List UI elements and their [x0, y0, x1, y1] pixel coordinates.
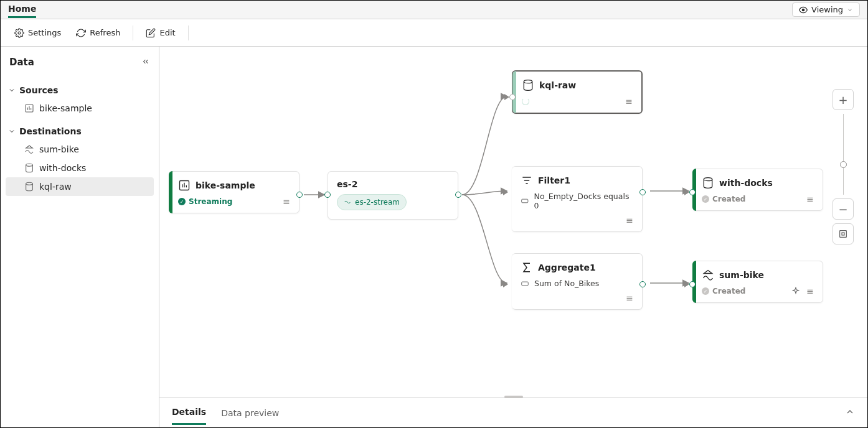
destinations-label: Destinations — [19, 126, 82, 136]
field-icon — [521, 197, 529, 205]
node-sum-bike[interactable]: sum-bike ✓ Created ≡ — [692, 261, 823, 303]
output-port[interactable] — [639, 281, 646, 287]
tree-item-with-docks[interactable]: with-docks — [6, 159, 154, 177]
tree-section-destinations[interactable]: Destinations — [6, 123, 154, 140]
chart-icon — [24, 103, 34, 113]
aggregate-expr: Sum of No_Bikes — [534, 279, 599, 288]
output-port[interactable] — [455, 192, 461, 198]
mode-label: Viewing — [811, 5, 843, 14]
zoom-thumb[interactable] — [840, 161, 847, 168]
tree-item-sum-bike[interactable]: sum-bike — [6, 140, 154, 159]
canvas[interactable]: bike-sample ✓ Streaming ≡ es-2 — [159, 47, 867, 398]
eye-icon — [799, 6, 808, 14]
topbar: Home Viewing — [1, 1, 867, 19]
settings-button[interactable]: Settings — [8, 24, 67, 42]
input-port-dot[interactable] — [509, 94, 516, 100]
input-port-dot[interactable] — [689, 189, 696, 195]
tab-details[interactable]: Details — [172, 401, 206, 425]
edit-button[interactable]: Edit — [139, 24, 181, 42]
tab-data-preview[interactable]: Data preview — [221, 402, 279, 424]
resize-handle[interactable] — [504, 396, 523, 398]
loading-spinner — [522, 98, 529, 105]
input-port[interactable] — [503, 281, 508, 287]
node-kql-raw[interactable]: kql-raw ≡ — [512, 70, 643, 114]
node-menu-button[interactable]: ≡ — [806, 194, 814, 204]
canvas-area: bike-sample ✓ Streaming ≡ es-2 — [159, 47, 867, 427]
lakehouse-icon — [24, 144, 34, 154]
node-title: es-2 — [337, 179, 357, 189]
fit-icon — [838, 229, 848, 239]
bottom-panel: Details Data preview — [159, 398, 867, 427]
database-icon — [522, 79, 534, 91]
mode-dropdown[interactable]: Viewing — [792, 2, 860, 17]
check-icon: ✓ — [702, 195, 709, 203]
tree-section-sources[interactable]: Sources — [6, 81, 154, 99]
chevron-up-icon — [845, 407, 855, 417]
svg-point-21 — [704, 178, 712, 181]
refresh-button[interactable]: Refresh — [70, 24, 126, 42]
tree-item-label: with-docks — [39, 163, 86, 173]
tree-item-label: sum-bike — [39, 144, 79, 154]
svg-point-15 — [524, 80, 532, 83]
refresh-icon — [76, 28, 86, 38]
toolbar-separator-2 — [188, 26, 189, 40]
node-title: bike-sample — [196, 180, 255, 190]
node-status: Streaming — [189, 197, 232, 206]
chevron-down-icon — [8, 128, 16, 135]
input-port-dot[interactable] — [689, 281, 696, 287]
filter-condition: No_Empty_Docks equals 0 — [534, 192, 633, 210]
node-accent — [512, 71, 516, 113]
zoom-in-button[interactable]: + — [833, 89, 854, 110]
node-aggregate1[interactable]: Aggregate1 Sum of No_Bikes ≡ — [512, 253, 643, 310]
input-port[interactable] — [504, 94, 509, 100]
tree-item-label: bike-sample — [39, 103, 92, 113]
node-with-docks[interactable]: with-docks ✓ Created ≡ — [692, 169, 823, 211]
node-menu-button[interactable]: ≡ — [626, 293, 633, 303]
node-title: Filter1 — [538, 175, 570, 185]
tree-item-bike-sample[interactable]: bike-sample — [6, 99, 154, 118]
stream-icon — [344, 198, 351, 206]
zoom-slider[interactable] — [843, 114, 844, 195]
chevron-double-left-icon — [141, 57, 150, 66]
stream-pill[interactable]: es-2-stream — [337, 194, 407, 210]
svg-point-0 — [802, 9, 804, 11]
node-title: with-docks — [719, 178, 773, 188]
edit-label: Edit — [159, 28, 175, 37]
node-filter1[interactable]: Filter1 No_Empty_Docks equals 0 ≡ — [512, 166, 643, 232]
check-icon: ✓ — [702, 287, 709, 295]
node-menu-button[interactable]: ≡ — [625, 96, 633, 106]
collapse-panel-button[interactable] — [141, 57, 150, 68]
expand-panel-button[interactable] — [845, 407, 855, 419]
node-title: kql-raw — [539, 80, 576, 90]
svg-point-1 — [18, 32, 21, 34]
stream-label: es-2-stream — [355, 198, 400, 207]
tree-item-label: kql-raw — [39, 182, 72, 192]
node-title: Aggregate1 — [538, 263, 596, 272]
zoom-controls: + − — [833, 89, 854, 244]
output-port[interactable] — [639, 189, 646, 195]
input-port[interactable] — [684, 189, 689, 195]
node-menu-button[interactable]: ≡ — [806, 286, 814, 296]
output-port[interactable] — [296, 192, 303, 198]
input-port[interactable] — [503, 189, 508, 195]
node-bike-sample[interactable]: bike-sample ✓ Streaming ≡ — [169, 171, 300, 213]
check-icon: ✓ — [178, 198, 186, 205]
app-root: Home Viewing Settings Refresh — [0, 0, 868, 428]
toolbar-separator — [133, 26, 133, 40]
input-port[interactable] — [324, 192, 331, 198]
chevron-down-icon — [847, 7, 853, 13]
fit-to-screen-button[interactable] — [833, 223, 854, 244]
tree-item-kql-raw[interactable]: kql-raw — [6, 177, 154, 196]
tab-home[interactable]: Home — [8, 1, 36, 18]
input-port[interactable] — [684, 281, 689, 287]
side-panel: Data Sources bike-sample Destinat — [1, 47, 159, 427]
node-menu-button[interactable]: ≡ — [283, 197, 290, 207]
zoom-out-button[interactable]: − — [833, 198, 854, 220]
node-title: sum-bike — [719, 270, 764, 280]
node-accent — [169, 171, 172, 213]
svg-rect-20 — [522, 282, 529, 286]
node-es-2[interactable]: es-2 es-2-stream — [328, 171, 458, 220]
node-menu-button[interactable]: ≡ — [626, 215, 633, 225]
lakehouse-icon — [702, 269, 714, 281]
panel-title: Data — [9, 57, 34, 68]
